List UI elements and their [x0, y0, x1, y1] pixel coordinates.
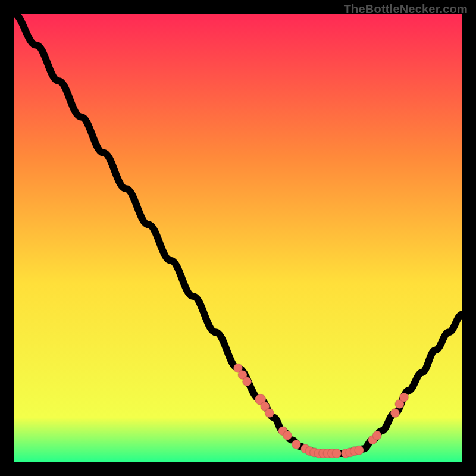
gradient-background: [14, 14, 462, 462]
sample-dot: [292, 440, 300, 449]
plot-svg: [14, 14, 462, 462]
sample-dot: [332, 449, 341, 458]
sample-dot: [355, 446, 364, 455]
sample-dot: [283, 431, 292, 440]
plot-frame: [14, 14, 462, 462]
watermark-text: TheBottleNecker.com: [344, 2, 468, 16]
sample-dot: [372, 431, 381, 440]
chart-container: TheBottleNecker.com: [0, 0, 476, 476]
sample-dot: [390, 409, 399, 418]
sample-dot: [399, 393, 408, 402]
sample-dot: [265, 409, 274, 418]
sample-dot: [243, 377, 252, 386]
